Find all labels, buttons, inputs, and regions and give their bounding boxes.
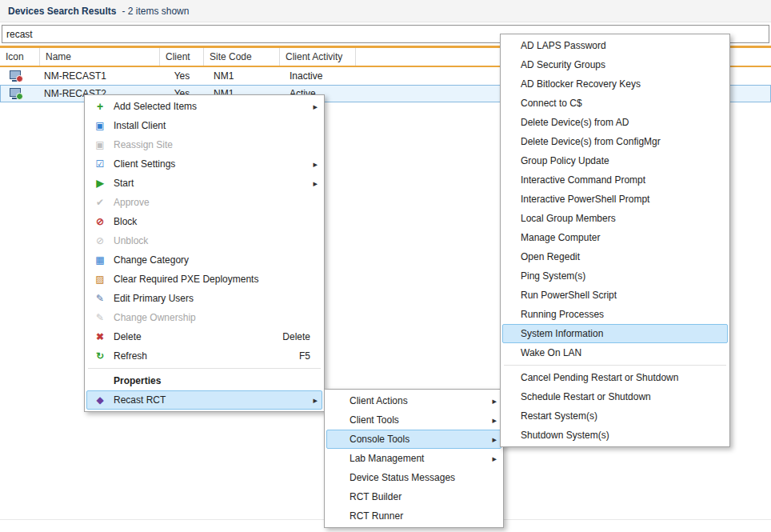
- menu-item-group-policy-update[interactable]: Group Policy Update: [502, 151, 728, 170]
- menu-item-install-client[interactable]: ▣ Install Client: [86, 116, 322, 135]
- device-client-activity: Inactive: [280, 67, 356, 85]
- menu-item-local-group-members[interactable]: Local Group Members: [502, 209, 728, 228]
- play-icon: ▶: [94, 178, 106, 188]
- menu-item-change-ownership[interactable]: ✎ Change Ownership: [86, 308, 322, 327]
- column-header-icon[interactable]: Icon: [0, 48, 40, 66]
- chevron-right-icon: ▸: [313, 178, 318, 189]
- clear-pxe-icon: ▨: [94, 274, 106, 284]
- device-icon: [9, 70, 22, 82]
- column-header-client-activity[interactable]: Client Activity: [280, 48, 356, 66]
- approve-check-icon: ✔: [94, 198, 106, 207]
- recast-logo-icon: ◆: [94, 395, 106, 405]
- menu-item-wake-on-lan[interactable]: Wake On LAN: [502, 343, 728, 362]
- menu-item-running-processes[interactable]: Running Processes: [502, 305, 728, 324]
- menu-item-interactive-powershell-prompt[interactable]: Interactive PowerShell Prompt: [502, 190, 728, 209]
- menu-shortcut: F5: [299, 350, 310, 362]
- column-header-name[interactable]: Name: [40, 48, 160, 66]
- install-client-icon: ▣: [94, 121, 106, 130]
- block-icon: ⊘: [94, 217, 106, 226]
- menu-item-edit-primary-users[interactable]: ✎ Edit Primary Users: [86, 289, 322, 308]
- menu-item-system-information[interactable]: System Information: [502, 324, 728, 343]
- menu-item-ping-systems[interactable]: Ping System(s): [502, 266, 728, 286]
- recast-rct-submenu: Client Actions ▸ Client Tools ▸ Console …: [324, 389, 504, 528]
- chevron-right-icon: ▸: [313, 395, 318, 406]
- plus-icon: +: [94, 101, 106, 112]
- chevron-right-icon: ▸: [313, 102, 318, 112]
- delete-x-icon: ✖: [94, 332, 106, 342]
- menu-item-client-settings[interactable]: ☑ Client Settings ▸: [86, 154, 322, 174]
- chevron-right-icon: ▸: [492, 434, 497, 445]
- device-context-menu: + Add Selected Items ▸ ▣ Install Client …: [84, 94, 325, 412]
- menu-item-client-tools[interactable]: Client Tools ▸: [326, 410, 501, 430]
- page-title-bar: Devices Search Results - 2 items shown: [0, 0, 771, 22]
- page-title: Devices Search Results: [8, 6, 116, 17]
- chevron-right-icon: ▸: [492, 396, 497, 406]
- menu-item-device-status-messages[interactable]: Device Status Messages: [326, 468, 501, 487]
- edit-user-icon: ✎: [94, 294, 106, 303]
- column-header-site-code[interactable]: Site Code: [204, 48, 280, 66]
- menu-item-client-actions[interactable]: Client Actions ▸: [326, 391, 501, 410]
- menu-item-run-powershell-script[interactable]: Run PowerShell Script: [502, 286, 728, 305]
- change-ownership-icon: ✎: [94, 313, 106, 322]
- menu-item-recast-rct[interactable]: ◆ Recast RCT ▸: [86, 390, 322, 410]
- column-header-client[interactable]: Client: [160, 48, 204, 66]
- menu-item-unblock[interactable]: ⊘ Unblock: [86, 231, 322, 250]
- menu-separator: [504, 365, 726, 366]
- chevron-right-icon: ▸: [313, 159, 318, 170]
- menu-item-ad-security-groups[interactable]: AD Security Groups: [502, 55, 728, 74]
- menu-shortcut: Delete: [282, 331, 310, 342]
- devices-search-results-window: Devices Search Results - 2 items shown I…: [0, 0, 771, 532]
- menu-item-ad-bitlocker-recovery-keys[interactable]: AD Bitlocker Recovery Keys: [502, 74, 728, 94]
- menu-item-properties[interactable]: Properties: [86, 371, 322, 390]
- menu-item-delete-devices-from-configmgr[interactable]: Delete Device(s) from ConfigMgr: [502, 132, 728, 151]
- menu-item-schedule-restart-or-shutdown[interactable]: Schedule Restart or Shutdown: [502, 387, 728, 406]
- refresh-icon: ↻: [94, 351, 106, 361]
- menu-item-console-tools[interactable]: Console Tools ▸: [326, 430, 501, 449]
- change-category-icon: ▦: [94, 255, 106, 265]
- items-shown-count: - 2 items shown: [122, 6, 189, 17]
- device-site-code: NM1: [204, 67, 280, 85]
- device-name: NM-RECAST1: [40, 67, 160, 85]
- device-client: Yes: [160, 67, 204, 85]
- menu-item-rct-builder[interactable]: RCT Builder: [326, 487, 501, 506]
- menu-item-change-category[interactable]: ▦ Change Category: [86, 250, 322, 270]
- chevron-right-icon: ▸: [492, 454, 497, 464]
- console-tools-submenu: AD LAPS Password AD Security Groups AD B…: [500, 34, 730, 447]
- menu-item-refresh[interactable]: ↻ Refresh F5: [86, 346, 322, 366]
- unblock-icon: ⊘: [94, 236, 106, 246]
- menu-item-cancel-pending-restart-or-shutdown[interactable]: Cancel Pending Restart or Shutdown: [502, 368, 728, 387]
- menu-item-clear-required-pxe-deployments[interactable]: ▨ Clear Required PXE Deployments: [86, 270, 322, 289]
- menu-item-interactive-command-prompt[interactable]: Interactive Command Prompt: [502, 170, 728, 190]
- menu-separator: [88, 368, 321, 369]
- menu-item-ad-laps-password[interactable]: AD LAPS Password: [502, 36, 728, 55]
- chevron-right-icon: ▸: [492, 415, 497, 426]
- menu-item-restart-systems[interactable]: Restart System(s): [502, 406, 728, 426]
- client-settings-icon: ☑: [94, 159, 106, 169]
- reassign-site-icon: ▣: [94, 140, 106, 150]
- menu-item-manage-computer[interactable]: Manage Computer: [502, 228, 728, 247]
- menu-item-rct-runner[interactable]: RCT Runner: [326, 506, 501, 526]
- menu-item-delete[interactable]: ✖ Delete Delete: [86, 327, 322, 346]
- menu-item-shutdown-systems[interactable]: Shutdown System(s): [502, 426, 728, 445]
- menu-item-reassign-site[interactable]: ▣ Reassign Site: [86, 135, 322, 154]
- device-icon: [9, 88, 22, 100]
- menu-item-connect-to-c[interactable]: Connect to C$: [502, 94, 728, 113]
- menu-item-lab-management[interactable]: Lab Management ▸: [326, 449, 501, 468]
- menu-item-start[interactable]: ▶ Start ▸: [86, 174, 322, 193]
- menu-item-block[interactable]: ⊘ Block: [86, 212, 322, 231]
- menu-item-approve[interactable]: ✔ Approve: [86, 193, 322, 212]
- menu-item-open-regedit[interactable]: Open Regedit: [502, 247, 728, 266]
- menu-item-add-selected-items[interactable]: + Add Selected Items ▸: [86, 97, 322, 116]
- menu-item-delete-devices-from-ad[interactable]: Delete Device(s) from AD: [502, 113, 728, 132]
